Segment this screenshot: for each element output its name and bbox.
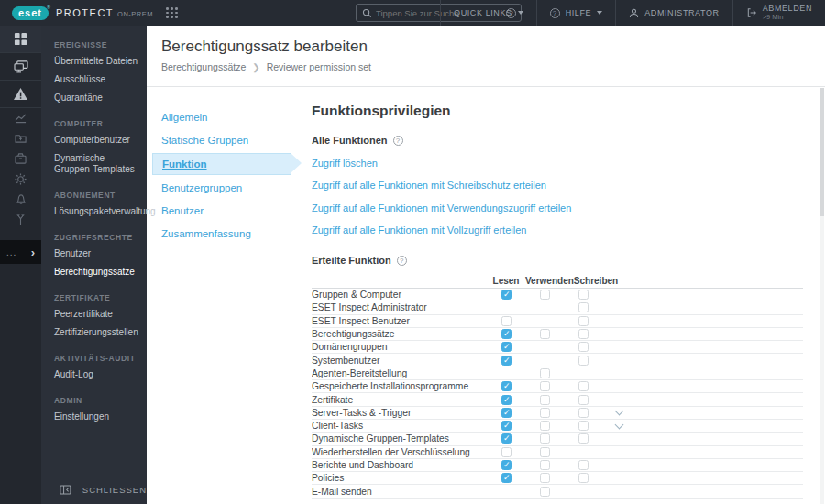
checkbox-schreiben[interactable] <box>578 302 588 312</box>
checkbox-verwenden[interactable] <box>540 433 550 444</box>
quick-links-label: QUICK LINKS <box>454 8 512 17</box>
settings-gear-icon[interactable] <box>0 169 41 189</box>
checkbox-verwenden[interactable] <box>540 290 550 300</box>
submitted-files-folder-icon[interactable] <box>0 128 41 148</box>
checkbox-lesen[interactable] <box>501 381 512 391</box>
checkbox-lesen[interactable] <box>501 473 512 483</box>
checkbox-lesen[interactable] <box>501 342 512 352</box>
permissions-table: Lesen Verwenden Schreiben Gruppen & Comp… <box>312 274 803 499</box>
checkbox-lesen[interactable] <box>501 408 512 418</box>
checkbox-schreiben[interactable] <box>578 460 588 470</box>
quick-links-menu[interactable]: QUICK LINKS <box>440 0 536 26</box>
wizard-step[interactable]: Benutzer <box>147 201 291 221</box>
checkbox-lesen[interactable] <box>501 290 512 300</box>
user-label: ADMINISTRATOR <box>644 8 719 17</box>
sidebar-item[interactable]: Ausschlüsse <box>54 71 139 89</box>
wizard-step[interactable]: Funktion <box>152 153 291 175</box>
table-row: Dynamische Gruppen-Templates <box>312 433 803 445</box>
computers-icon[interactable] <box>0 53 41 81</box>
reports-chart-icon[interactable] <box>0 108 41 128</box>
checkbox-verwenden[interactable] <box>540 408 550 418</box>
rail-more-row[interactable]: ... › <box>0 240 41 264</box>
collapse-sidebar-button[interactable]: SCHLIESSEN <box>41 475 147 504</box>
checkbox-verwenden[interactable] <box>540 473 550 483</box>
checkbox-schreiben[interactable] <box>578 473 588 483</box>
user-menu[interactable]: ADMINISTRATOR <box>615 0 732 26</box>
checkbox-lesen[interactable] <box>501 316 512 326</box>
checkbox-lesen[interactable] <box>501 460 512 470</box>
table-row: Gespeicherte Installationsprogramme <box>312 380 803 393</box>
checkbox-lesen[interactable] <box>501 395 512 405</box>
scrollbar-track[interactable] <box>820 88 824 504</box>
breadcrumb-parent[interactable]: Berechtigungssätze <box>161 61 246 72</box>
expand-rail-icon[interactable]: › <box>31 246 35 259</box>
eset-logo[interactable]: eset ® <box>12 6 49 20</box>
function-action-link[interactable]: Zugriff auf alle Funktionen mit Vollzugr… <box>312 225 526 236</box>
function-action-link[interactable]: Zugriff löschen <box>312 158 378 169</box>
installers-box-icon[interactable] <box>0 148 41 169</box>
wizard-step[interactable]: Benutzergruppen <box>147 178 291 198</box>
checkbox-verwenden[interactable] <box>540 395 550 405</box>
checkbox-schreiben[interactable] <box>578 290 588 300</box>
checkbox-verwenden[interactable] <box>540 421 550 431</box>
checkbox-lesen[interactable] <box>501 356 512 366</box>
notifications-bell-icon[interactable] <box>0 189 41 209</box>
sidebar-item[interactable]: Benutzer <box>54 245 139 263</box>
expand-row-icon[interactable] <box>614 407 623 416</box>
checkbox-lesen[interactable] <box>501 329 512 339</box>
checkbox-verwenden[interactable] <box>540 381 550 391</box>
sidebar-item[interactable]: Computerbenutzer <box>54 131 139 149</box>
checkbox-verwenden[interactable] <box>540 487 550 497</box>
checkbox-schreiben[interactable] <box>578 329 588 339</box>
help-icon: ? <box>550 8 560 18</box>
checkbox-lesen[interactable] <box>501 433 512 444</box>
checkbox-schreiben[interactable] <box>578 356 588 366</box>
breadcrumb: Berechtigungssätze ❯ Reviewer permission… <box>161 61 825 72</box>
checkbox-lesen[interactable] <box>501 421 512 431</box>
sidebar-item[interactable]: Lösungspaketverwaltung <box>54 203 139 221</box>
sidebar-item[interactable]: Berechtigungssätze <box>54 263 139 281</box>
logout-menu[interactable]: ABMELDEN >9 Min <box>732 0 825 26</box>
table-row: Server-Tasks & -Trigger <box>312 407 803 420</box>
checkbox-verwenden[interactable] <box>540 368 550 378</box>
checkbox-schreiben[interactable] <box>578 381 588 391</box>
collapse-icon <box>60 485 72 495</box>
function-action-link[interactable]: Zugriff auf alle Funktionen mit Schreibs… <box>312 180 546 191</box>
wizard-step[interactable]: Zusammenfassung <box>147 224 291 244</box>
sidebar-item[interactable]: Zertifizierungsstellen <box>54 323 139 342</box>
checkbox-schreiben[interactable] <box>578 421 588 431</box>
column-header-schreiben: Schreiben <box>574 276 618 288</box>
detections-warning-icon[interactable] <box>0 81 41 108</box>
checkbox-schreiben[interactable] <box>578 408 588 418</box>
checkbox-verwenden[interactable] <box>540 447 550 457</box>
checkbox-verwenden[interactable] <box>540 460 550 470</box>
status-overview-icon[interactable] <box>0 209 41 229</box>
checkbox-lesen[interactable] <box>501 447 512 457</box>
wizard-step[interactable]: Allgemein <box>147 107 291 127</box>
dashboard-icon[interactable] <box>0 26 41 53</box>
expand-row-icon[interactable] <box>614 420 623 429</box>
menu-section-header: ZUGRIFFSRECHTE <box>54 233 139 242</box>
checkbox-verwenden[interactable] <box>540 329 550 339</box>
all-functions-help-icon[interactable]: ? <box>393 136 403 146</box>
apps-grid-icon[interactable] <box>166 7 178 18</box>
sidebar-item[interactable]: Übermittelte Dateien <box>54 52 139 71</box>
sidebar-item[interactable]: Dynamische Gruppen-Templates <box>54 149 139 179</box>
checkbox-schreiben[interactable] <box>578 316 588 326</box>
row-label: Client-Tasks <box>312 421 487 431</box>
table-row: E-Mail senden <box>312 485 803 498</box>
function-action-link[interactable]: Zugriff auf alle Funktionen mit Verwendu… <box>312 203 571 214</box>
sidebar-item[interactable]: Peerzertifikate <box>54 305 139 323</box>
sidebar-item[interactable]: Quarantäne <box>54 89 139 107</box>
sidebar-item[interactable]: Einstellungen <box>54 408 139 426</box>
help-menu[interactable]: ? HILFE <box>536 0 616 26</box>
chevron-down-icon <box>518 11 523 15</box>
checkbox-schreiben[interactable] <box>578 395 588 405</box>
wizard-step[interactable]: Statische Gruppen <box>147 130 291 150</box>
scrollbar-thumb[interactable] <box>820 88 824 216</box>
sidebar-item[interactable]: Audit-Log <box>54 366 139 384</box>
granted-functions-help-icon[interactable]: ? <box>397 256 407 266</box>
checkbox-schreiben[interactable] <box>578 433 588 444</box>
checkbox-schreiben[interactable] <box>578 342 588 352</box>
menu-section-header: EREIGNISSE <box>54 40 139 49</box>
